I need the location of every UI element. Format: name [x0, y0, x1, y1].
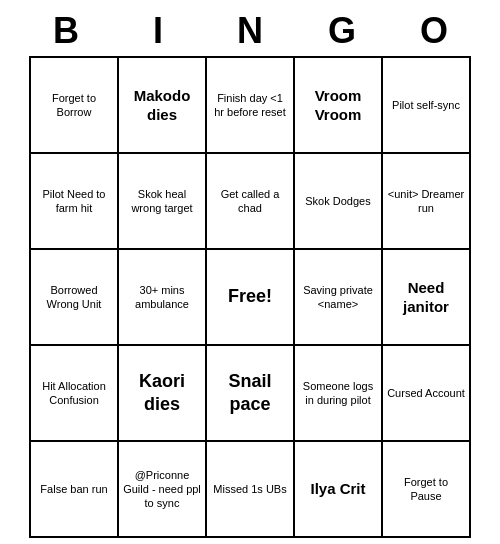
bingo-cell-3[interactable]: Vroom Vroom — [295, 58, 383, 154]
bingo-cell-16[interactable]: Kaori dies — [119, 346, 207, 442]
letter-i: I — [114, 10, 202, 52]
bingo-cell-13[interactable]: Saving private <name> — [295, 250, 383, 346]
bingo-cell-0[interactable]: Forget to Borrow — [31, 58, 119, 154]
bingo-cell-9[interactable]: <unit> Dreamer run — [383, 154, 471, 250]
bingo-cell-17[interactable]: Snail pace — [207, 346, 295, 442]
bingo-cell-24[interactable]: Forget to Pause — [383, 442, 471, 538]
bingo-cell-23[interactable]: Ilya Crit — [295, 442, 383, 538]
bingo-cell-4[interactable]: Pilot self-sync — [383, 58, 471, 154]
bingo-cell-6[interactable]: Skok heal wrong target — [119, 154, 207, 250]
bingo-grid: Forget to BorrowMakodo diesFinish day <1… — [29, 56, 471, 538]
bingo-cell-21[interactable]: @Priconne Guild - need ppl to sync — [119, 442, 207, 538]
letter-o: O — [390, 10, 478, 52]
bingo-cell-5[interactable]: Pilot Need to farm hit — [31, 154, 119, 250]
bingo-cell-22[interactable]: Missed 1s UBs — [207, 442, 295, 538]
bingo-cell-8[interactable]: Skok Dodges — [295, 154, 383, 250]
bingo-cell-19[interactable]: Cursed Account — [383, 346, 471, 442]
bingo-cell-12[interactable]: Free! — [207, 250, 295, 346]
bingo-cell-20[interactable]: False ban run — [31, 442, 119, 538]
bingo-title: B I N G O — [20, 10, 480, 52]
bingo-cell-14[interactable]: Need janitor — [383, 250, 471, 346]
bingo-cell-1[interactable]: Makodo dies — [119, 58, 207, 154]
letter-n: N — [206, 10, 294, 52]
bingo-cell-11[interactable]: 30+ mins ambulance — [119, 250, 207, 346]
letter-g: G — [298, 10, 386, 52]
bingo-cell-15[interactable]: Hit Allocation Confusion — [31, 346, 119, 442]
bingo-cell-18[interactable]: Someone logs in during pilot — [295, 346, 383, 442]
bingo-cell-10[interactable]: Borrowed Wrong Unit — [31, 250, 119, 346]
bingo-cell-7[interactable]: Get called a chad — [207, 154, 295, 250]
letter-b: B — [22, 10, 110, 52]
bingo-cell-2[interactable]: Finish day <1 hr before reset — [207, 58, 295, 154]
